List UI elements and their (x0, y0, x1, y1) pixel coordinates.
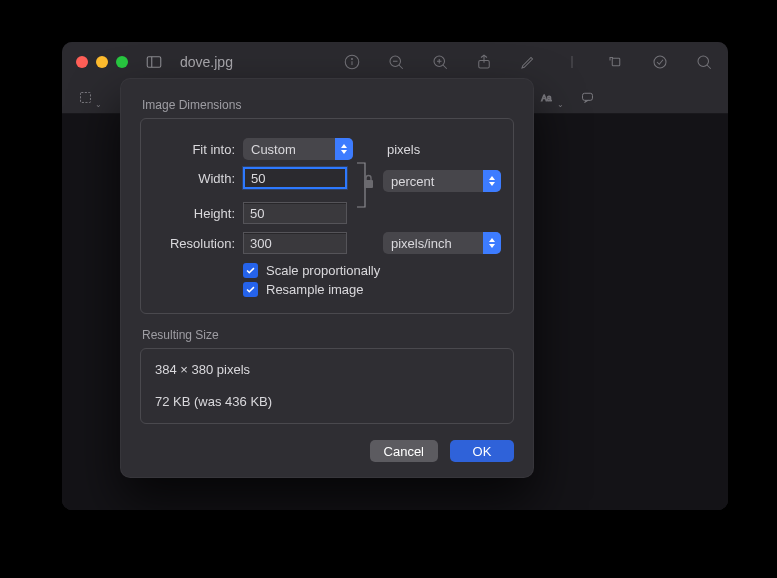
resolution-input[interactable] (243, 232, 347, 254)
adjust-size-dialog: Image Dimensions Fit into: Custom pixels… (120, 78, 534, 478)
dimensions-panel: Fit into: Custom pixels Width: percent (140, 118, 514, 314)
scale-proportionally-label: Scale proportionally (266, 263, 380, 278)
resolution-unit-value: pixels/inch (383, 236, 483, 251)
updown-caret-icon (335, 138, 353, 160)
svg-point-4 (352, 59, 353, 60)
svg-point-15 (654, 56, 666, 68)
resample-image-label: Resample image (266, 282, 364, 297)
svg-rect-38 (582, 93, 592, 100)
text-style-icon[interactable]: Aa (536, 88, 558, 108)
width-label: Width: (155, 171, 237, 186)
result-dimensions: 384 × 380 pixels (155, 361, 499, 379)
svg-rect-0 (147, 57, 161, 68)
rotate-icon[interactable] (606, 52, 626, 72)
updown-caret-icon (483, 170, 501, 192)
highlight-icon[interactable] (650, 52, 670, 72)
cancel-button[interactable]: Cancel (370, 440, 438, 462)
fit-into-select[interactable]: Custom (243, 138, 353, 160)
markup-icon[interactable] (518, 52, 538, 72)
svg-text:Aa: Aa (541, 93, 552, 103)
resample-image-checkbox[interactable] (243, 282, 258, 297)
minimize-window-button[interactable] (96, 56, 108, 68)
svg-rect-14 (612, 58, 620, 66)
svg-line-6 (399, 65, 403, 69)
svg-line-9 (443, 65, 447, 69)
sidebar-toggle-icon[interactable] (140, 51, 168, 73)
dimensions-section-label: Image Dimensions (142, 98, 514, 112)
divider-icon (562, 52, 582, 72)
resolution-unit-select[interactable]: pixels/inch (383, 232, 501, 254)
svg-point-16 (698, 56, 709, 67)
zoom-in-icon[interactable] (430, 52, 450, 72)
dimension-unit-select[interactable]: percent (383, 170, 501, 192)
height-input[interactable] (243, 202, 347, 224)
zoom-window-button[interactable] (116, 56, 128, 68)
svg-line-17 (707, 65, 711, 69)
updown-caret-icon (483, 232, 501, 254)
lock-aspect-icon[interactable] (355, 153, 377, 209)
fit-into-unit: pixels (381, 142, 501, 157)
resolution-label: Resolution: (155, 236, 237, 251)
traffic-lights (76, 56, 128, 68)
svg-rect-18 (80, 93, 90, 103)
width-input[interactable] (243, 167, 347, 189)
height-label: Height: (155, 206, 237, 221)
resulting-size-section-label: Resulting Size (142, 328, 514, 342)
search-icon[interactable] (694, 52, 714, 72)
selection-tool-icon[interactable] (74, 88, 96, 108)
fit-into-label: Fit into: (155, 142, 237, 157)
zoom-out-icon[interactable] (386, 52, 406, 72)
titlebar-tools (342, 52, 714, 72)
resulting-size-panel: 384 × 380 pixels 72 KB (was 436 KB) (140, 348, 514, 424)
scale-proportionally-checkbox[interactable] (243, 263, 258, 278)
window-title: dove.jpg (180, 54, 233, 70)
svg-rect-39 (364, 180, 373, 188)
fit-into-value: Custom (243, 142, 335, 157)
dimension-unit-value: percent (383, 174, 483, 189)
titlebar: dove.jpg (62, 42, 728, 82)
info-icon[interactable] (342, 52, 362, 72)
close-window-button[interactable] (76, 56, 88, 68)
annotate-icon[interactable] (576, 88, 598, 108)
result-filesize: 72 KB (was 436 KB) (155, 393, 499, 411)
ok-button[interactable]: OK (450, 440, 514, 462)
share-icon[interactable] (474, 52, 494, 72)
